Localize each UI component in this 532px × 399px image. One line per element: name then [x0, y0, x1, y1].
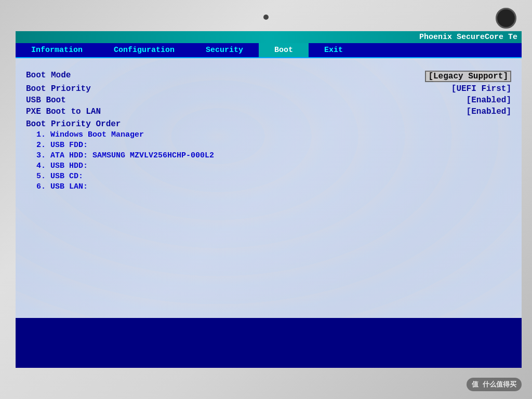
bios-header: Phoenix SecureCore Te — [16, 31, 522, 43]
boot-mode-value: [Legacy Support] — [425, 71, 511, 82]
boot-mode-row[interactable]: Boot Mode [Legacy Support] — [26, 71, 511, 82]
boot-priority-row[interactable]: Boot Priority [UEFI First] — [26, 84, 511, 94]
webcam-dot — [263, 15, 269, 20]
boot-order-item-2[interactable]: 2. USB FDD: — [26, 141, 511, 150]
boot-mode-label: Boot Mode — [26, 71, 71, 82]
boot-order-item-6[interactable]: 6. USB LAN: — [26, 182, 511, 191]
pxe-boot-label: PXE Boot to LAN — [26, 107, 101, 116]
webcam-camera — [496, 8, 516, 29]
pxe-boot-value: [Enabled] — [467, 107, 511, 116]
boot-order-item-3[interactable]: 3. ATA HDD: SAMSUNG MZVLV256HCHP-000L2 — [26, 151, 511, 160]
usb-boot-row[interactable]: USB Boot [Enabled] — [26, 96, 511, 105]
boot-priority-label: Boot Priority — [26, 84, 91, 94]
nav-bar: Information Configuration Security Boot … — [16, 43, 522, 58]
boot-priority-value: [UEFI First] — [451, 84, 511, 94]
watermark: 值 什么值得买 — [467, 378, 522, 391]
laptop-frame: Phoenix SecureCore Te Information Config… — [0, 0, 532, 399]
bios-content: Boot Mode [Legacy Support] Boot Priority… — [16, 58, 522, 318]
bios-brand: Phoenix SecureCore Te — [419, 33, 517, 42]
pxe-boot-row[interactable]: PXE Boot to LAN [Enabled] — [26, 107, 511, 116]
bios-screen: Phoenix SecureCore Te Information Config… — [16, 31, 522, 368]
boot-order-title: Boot Priority Order — [26, 119, 511, 129]
boot-order-item-4[interactable]: 4. USB HDD: — [26, 162, 511, 170]
nav-item-security[interactable]: Security — [190, 43, 259, 57]
nav-item-exit[interactable]: Exit — [309, 43, 358, 57]
nav-item-information[interactable]: Information — [16, 43, 98, 57]
usb-boot-label: USB Boot — [26, 96, 66, 105]
boot-order-item-5[interactable]: 5. USB CD: — [26, 172, 511, 181]
nav-item-configuration[interactable]: Configuration — [98, 43, 190, 57]
usb-boot-value: [Enabled] — [467, 96, 511, 105]
nav-item-boot[interactable]: Boot — [259, 43, 309, 57]
boot-order-item-1[interactable]: 1. Windows Boot Manager — [26, 130, 511, 139]
